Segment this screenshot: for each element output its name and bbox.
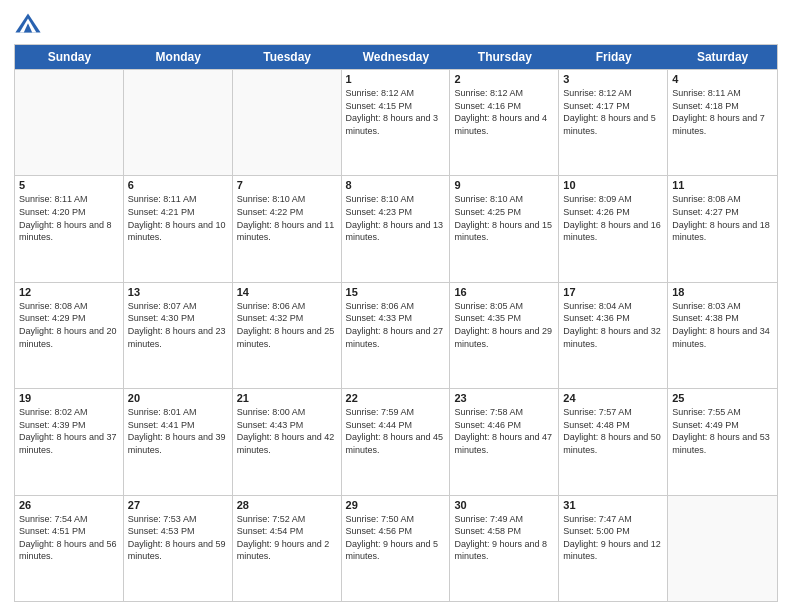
day-info: Sunrise: 7:57 AM Sunset: 4:48 PM Dayligh… bbox=[563, 406, 663, 456]
day-info: Sunrise: 8:04 AM Sunset: 4:36 PM Dayligh… bbox=[563, 300, 663, 350]
day-info: Sunrise: 8:10 AM Sunset: 4:22 PM Dayligh… bbox=[237, 193, 337, 243]
day-cell bbox=[668, 496, 777, 601]
day-cell bbox=[15, 70, 124, 175]
day-cell: 5Sunrise: 8:11 AM Sunset: 4:20 PM Daylig… bbox=[15, 176, 124, 281]
day-cell: 10Sunrise: 8:09 AM Sunset: 4:26 PM Dayli… bbox=[559, 176, 668, 281]
day-number: 10 bbox=[563, 179, 663, 191]
day-info: Sunrise: 8:00 AM Sunset: 4:43 PM Dayligh… bbox=[237, 406, 337, 456]
day-cell: 1Sunrise: 8:12 AM Sunset: 4:15 PM Daylig… bbox=[342, 70, 451, 175]
day-cell: 27Sunrise: 7:53 AM Sunset: 4:53 PM Dayli… bbox=[124, 496, 233, 601]
day-header-saturday: Saturday bbox=[668, 45, 777, 69]
day-info: Sunrise: 7:59 AM Sunset: 4:44 PM Dayligh… bbox=[346, 406, 446, 456]
week-row-3: 12Sunrise: 8:08 AM Sunset: 4:29 PM Dayli… bbox=[15, 282, 777, 388]
day-cell: 14Sunrise: 8:06 AM Sunset: 4:32 PM Dayli… bbox=[233, 283, 342, 388]
day-header-thursday: Thursday bbox=[450, 45, 559, 69]
day-number: 13 bbox=[128, 286, 228, 298]
calendar: SundayMondayTuesdayWednesdayThursdayFrid… bbox=[14, 44, 778, 602]
day-header-tuesday: Tuesday bbox=[233, 45, 342, 69]
day-cell: 26Sunrise: 7:54 AM Sunset: 4:51 PM Dayli… bbox=[15, 496, 124, 601]
day-number: 11 bbox=[672, 179, 773, 191]
day-info: Sunrise: 8:10 AM Sunset: 4:25 PM Dayligh… bbox=[454, 193, 554, 243]
day-cell: 25Sunrise: 7:55 AM Sunset: 4:49 PM Dayli… bbox=[668, 389, 777, 494]
day-cell: 21Sunrise: 8:00 AM Sunset: 4:43 PM Dayli… bbox=[233, 389, 342, 494]
day-cell: 13Sunrise: 8:07 AM Sunset: 4:30 PM Dayli… bbox=[124, 283, 233, 388]
day-number: 9 bbox=[454, 179, 554, 191]
day-header-friday: Friday bbox=[559, 45, 668, 69]
day-number: 5 bbox=[19, 179, 119, 191]
day-cell: 7Sunrise: 8:10 AM Sunset: 4:22 PM Daylig… bbox=[233, 176, 342, 281]
day-cell: 2Sunrise: 8:12 AM Sunset: 4:16 PM Daylig… bbox=[450, 70, 559, 175]
day-cell: 4Sunrise: 8:11 AM Sunset: 4:18 PM Daylig… bbox=[668, 70, 777, 175]
day-cell: 23Sunrise: 7:58 AM Sunset: 4:46 PM Dayli… bbox=[450, 389, 559, 494]
day-cell: 17Sunrise: 8:04 AM Sunset: 4:36 PM Dayli… bbox=[559, 283, 668, 388]
day-cell: 12Sunrise: 8:08 AM Sunset: 4:29 PM Dayli… bbox=[15, 283, 124, 388]
day-info: Sunrise: 7:47 AM Sunset: 5:00 PM Dayligh… bbox=[563, 513, 663, 563]
day-number: 2 bbox=[454, 73, 554, 85]
day-number: 29 bbox=[346, 499, 446, 511]
day-info: Sunrise: 8:06 AM Sunset: 4:32 PM Dayligh… bbox=[237, 300, 337, 350]
day-number: 27 bbox=[128, 499, 228, 511]
day-cell: 9Sunrise: 8:10 AM Sunset: 4:25 PM Daylig… bbox=[450, 176, 559, 281]
day-cell bbox=[124, 70, 233, 175]
day-cell: 6Sunrise: 8:11 AM Sunset: 4:21 PM Daylig… bbox=[124, 176, 233, 281]
day-cell: 19Sunrise: 8:02 AM Sunset: 4:39 PM Dayli… bbox=[15, 389, 124, 494]
day-header-wednesday: Wednesday bbox=[342, 45, 451, 69]
day-number: 7 bbox=[237, 179, 337, 191]
day-info: Sunrise: 8:11 AM Sunset: 4:20 PM Dayligh… bbox=[19, 193, 119, 243]
day-info: Sunrise: 8:01 AM Sunset: 4:41 PM Dayligh… bbox=[128, 406, 228, 456]
day-info: Sunrise: 8:12 AM Sunset: 4:16 PM Dayligh… bbox=[454, 87, 554, 137]
week-row-5: 26Sunrise: 7:54 AM Sunset: 4:51 PM Dayli… bbox=[15, 495, 777, 601]
day-number: 3 bbox=[563, 73, 663, 85]
day-header-monday: Monday bbox=[124, 45, 233, 69]
day-info: Sunrise: 8:09 AM Sunset: 4:26 PM Dayligh… bbox=[563, 193, 663, 243]
day-number: 16 bbox=[454, 286, 554, 298]
day-number: 19 bbox=[19, 392, 119, 404]
day-cell: 8Sunrise: 8:10 AM Sunset: 4:23 PM Daylig… bbox=[342, 176, 451, 281]
day-info: Sunrise: 8:11 AM Sunset: 4:21 PM Dayligh… bbox=[128, 193, 228, 243]
day-info: Sunrise: 7:52 AM Sunset: 4:54 PM Dayligh… bbox=[237, 513, 337, 563]
day-number: 14 bbox=[237, 286, 337, 298]
day-cell: 31Sunrise: 7:47 AM Sunset: 5:00 PM Dayli… bbox=[559, 496, 668, 601]
day-info: Sunrise: 8:07 AM Sunset: 4:30 PM Dayligh… bbox=[128, 300, 228, 350]
day-cell: 15Sunrise: 8:06 AM Sunset: 4:33 PM Dayli… bbox=[342, 283, 451, 388]
day-headers: SundayMondayTuesdayWednesdayThursdayFrid… bbox=[15, 45, 777, 69]
day-number: 26 bbox=[19, 499, 119, 511]
day-cell: 22Sunrise: 7:59 AM Sunset: 4:44 PM Dayli… bbox=[342, 389, 451, 494]
day-number: 31 bbox=[563, 499, 663, 511]
day-info: Sunrise: 8:02 AM Sunset: 4:39 PM Dayligh… bbox=[19, 406, 119, 456]
day-cell: 16Sunrise: 8:05 AM Sunset: 4:35 PM Dayli… bbox=[450, 283, 559, 388]
day-number: 22 bbox=[346, 392, 446, 404]
day-number: 21 bbox=[237, 392, 337, 404]
day-cell: 28Sunrise: 7:52 AM Sunset: 4:54 PM Dayli… bbox=[233, 496, 342, 601]
day-info: Sunrise: 8:06 AM Sunset: 4:33 PM Dayligh… bbox=[346, 300, 446, 350]
day-info: Sunrise: 8:10 AM Sunset: 4:23 PM Dayligh… bbox=[346, 193, 446, 243]
day-number: 15 bbox=[346, 286, 446, 298]
day-cell: 29Sunrise: 7:50 AM Sunset: 4:56 PM Dayli… bbox=[342, 496, 451, 601]
day-info: Sunrise: 8:03 AM Sunset: 4:38 PM Dayligh… bbox=[672, 300, 773, 350]
day-number: 4 bbox=[672, 73, 773, 85]
day-info: Sunrise: 7:58 AM Sunset: 4:46 PM Dayligh… bbox=[454, 406, 554, 456]
day-cell: 24Sunrise: 7:57 AM Sunset: 4:48 PM Dayli… bbox=[559, 389, 668, 494]
day-number: 8 bbox=[346, 179, 446, 191]
day-info: Sunrise: 8:08 AM Sunset: 4:27 PM Dayligh… bbox=[672, 193, 773, 243]
day-number: 30 bbox=[454, 499, 554, 511]
day-cell bbox=[233, 70, 342, 175]
day-info: Sunrise: 8:08 AM Sunset: 4:29 PM Dayligh… bbox=[19, 300, 119, 350]
week-row-2: 5Sunrise: 8:11 AM Sunset: 4:20 PM Daylig… bbox=[15, 175, 777, 281]
day-info: Sunrise: 7:50 AM Sunset: 4:56 PM Dayligh… bbox=[346, 513, 446, 563]
day-cell: 20Sunrise: 8:01 AM Sunset: 4:41 PM Dayli… bbox=[124, 389, 233, 494]
day-info: Sunrise: 7:54 AM Sunset: 4:51 PM Dayligh… bbox=[19, 513, 119, 563]
day-number: 23 bbox=[454, 392, 554, 404]
page: SundayMondayTuesdayWednesdayThursdayFrid… bbox=[0, 0, 792, 612]
day-number: 1 bbox=[346, 73, 446, 85]
day-info: Sunrise: 7:49 AM Sunset: 4:58 PM Dayligh… bbox=[454, 513, 554, 563]
day-number: 17 bbox=[563, 286, 663, 298]
day-number: 24 bbox=[563, 392, 663, 404]
day-number: 18 bbox=[672, 286, 773, 298]
header bbox=[14, 10, 778, 38]
day-cell: 18Sunrise: 8:03 AM Sunset: 4:38 PM Dayli… bbox=[668, 283, 777, 388]
calendar-body: 1Sunrise: 8:12 AM Sunset: 4:15 PM Daylig… bbox=[15, 69, 777, 601]
week-row-1: 1Sunrise: 8:12 AM Sunset: 4:15 PM Daylig… bbox=[15, 69, 777, 175]
day-info: Sunrise: 8:12 AM Sunset: 4:15 PM Dayligh… bbox=[346, 87, 446, 137]
day-number: 20 bbox=[128, 392, 228, 404]
